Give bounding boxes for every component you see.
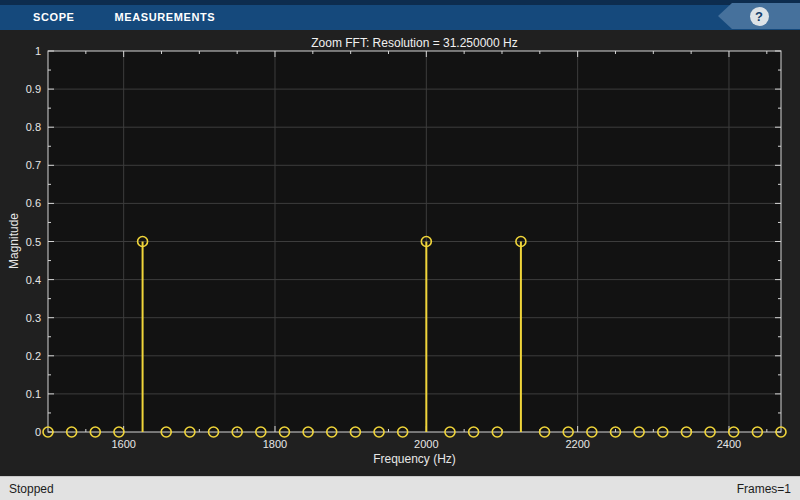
- y-tick-label: 0.6: [26, 197, 41, 209]
- x-tick-label: 1600: [111, 438, 135, 450]
- y-axis-label: Magnitude: [7, 213, 21, 269]
- x-tick-label: 2000: [414, 438, 438, 450]
- toolstrip: SCOPE MEASUREMENTS ?: [0, 0, 800, 30]
- help-icon: ?: [750, 7, 769, 26]
- x-tick-label: 2400: [717, 438, 741, 450]
- y-tick-label: 0.2: [26, 350, 41, 362]
- scope-figure: Zoom FFT: Resolution = 31.250000 Hz 1600…: [0, 30, 800, 476]
- y-tick-label: 0.8: [26, 121, 41, 133]
- plot-canvas[interactable]: 1600180020002200240000.10.20.30.40.50.60…: [0, 30, 800, 476]
- y-tick-label: 0.1: [26, 388, 41, 400]
- help-button[interactable]: ?: [718, 3, 800, 29]
- y-tick-label: 0.5: [26, 236, 41, 248]
- x-tick-label: 2200: [565, 438, 589, 450]
- tab-measurements[interactable]: MEASUREMENTS: [95, 5, 236, 30]
- x-axis-label: Frequency (Hz): [48, 452, 781, 466]
- y-tick-label: 0.4: [26, 274, 41, 286]
- y-tick-label: 0.9: [26, 83, 41, 95]
- frames-counter: Frames=1: [737, 482, 791, 496]
- toolstrip-tabs: SCOPE MEASUREMENTS: [13, 5, 235, 30]
- status-text: Stopped: [9, 482, 54, 496]
- y-tick-label: 0.7: [26, 159, 41, 171]
- status-bar: Stopped Frames=1: [0, 476, 800, 500]
- x-tick-label: 1800: [263, 438, 287, 450]
- tab-scope[interactable]: SCOPE: [13, 5, 95, 30]
- y-tick-label: 0.3: [26, 312, 41, 324]
- y-tick-label: 0: [35, 426, 41, 438]
- y-tick-label: 1: [35, 45, 41, 57]
